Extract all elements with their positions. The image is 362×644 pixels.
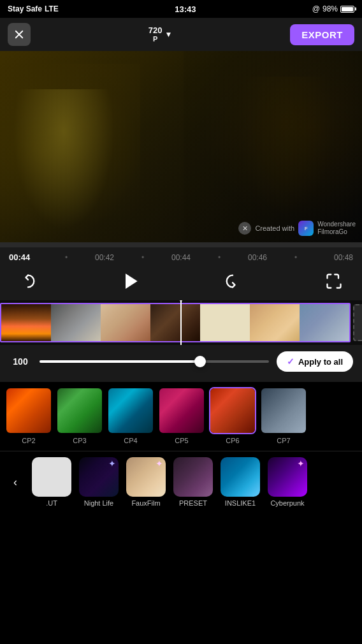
check-icon: ✓ [287,356,294,367]
clip-3-thumbnail [101,304,150,341]
time-current: 00:44 [9,252,47,262]
apply-all-label: Apply to all [298,357,343,367]
timeline-clip-3[interactable] [101,304,150,341]
rewind-button[interactable] [15,268,41,294]
time-t2: 00:44 [162,253,200,262]
timeline-clip-7[interactable] [300,304,349,341]
export-button[interactable]: EXPORT [290,24,354,45]
style-item-inslike1[interactable]: INSLIKE1 [217,455,264,509]
fullscreen-button[interactable] [321,268,347,294]
status-bar: Stay Safe LTE 13:43 @ 98% [0,0,362,18]
styles-section: ‹ .UT ✦ Night Life ✦ [0,451,362,514]
time-dot-3: • [200,253,238,262]
watermark-created-with: Created with [255,224,294,232]
preset-thumb-cp7 [260,387,307,434]
preset-thumb-cp6 [209,387,256,434]
timeline-clip-4[interactable] [150,304,200,341]
battery-icon [340,6,354,13]
preset-item-cp3[interactable]: CP3 [56,387,103,444]
filter-controls: 100 ✓ Apply to all [0,345,362,382]
time-t3: 00:46 [238,253,277,262]
play-button[interactable] [117,267,145,295]
style-thumb-cyberpunk: ✦ [268,457,307,497]
clip-1-thumbnail [1,304,51,341]
style-thumb-fauxfilm: ✦ [126,457,166,497]
svg-marker-0 [126,274,138,289]
battery-percent: 98% [322,4,338,13]
slider-thumb[interactable] [194,356,206,367]
style-label-cyberpunk: Cyberpunk [270,499,304,507]
playback-section: 00:44 • 00:42 • 00:44 • 00:46 • 00:48 [0,247,362,300]
timeline-row[interactable]: + [0,300,362,345]
style-item-ut[interactable]: .UT [28,455,75,509]
timeline-clip-5[interactable] [200,304,250,341]
style-item-preset[interactable]: PRESET [170,455,217,509]
rewind-icon [19,272,37,290]
network-text: LTE [45,4,59,13]
status-time: 13:43 [175,4,196,14]
status-right: @ 98% [312,4,354,13]
close-button[interactable] [8,23,31,46]
resolution-text: 720 P [148,26,163,43]
top-toolbar: 720 P ▼ EXPORT [0,18,362,51]
clip-5-thumbnail [200,304,250,341]
style-image-inslike1 [221,457,260,497]
wifi-icon: @ [312,4,320,13]
style-thumb-ut [32,457,71,497]
clip-2-thumbnail [51,304,101,341]
style-label-ut: .UT [46,499,57,507]
intensity-slider-container[interactable] [40,360,269,363]
style-item-cyberpunk[interactable]: ✦ Cyberpunk [264,455,311,509]
divider [0,242,362,247]
preset-item-cp4[interactable]: CP4 [107,387,154,444]
playback-controls [0,265,362,298]
status-left: Stay Safe LTE [8,4,59,13]
style-label-inslike1: INSLIKE1 [225,499,256,507]
preset-label-cp6: CP6 [226,437,239,444]
timeline-clip-2[interactable] [51,304,101,341]
cyberpunk-badge: ✦ [297,458,305,469]
watermark-close-button[interactable]: ✕ [238,222,251,235]
style-thumb-inslike1 [221,457,260,497]
style-item-nightlife[interactable]: ✦ Night Life [75,455,122,509]
close-icon [13,29,25,40]
style-thumb-preset [173,457,213,497]
presets-row: CP2 CP3 CP4 [5,387,357,447]
preset-image-cp3 [57,388,102,433]
style-thumb-nightlife: ✦ [79,457,119,497]
style-item-fauxfilm[interactable]: ✦ FauxFilm [122,455,170,509]
forward-button[interactable] [220,268,245,294]
play-icon [120,269,141,293]
time-dot-1: • [47,253,85,262]
preset-item-cp5[interactable]: CP5 [158,387,205,444]
time-ruler: 00:44 • 00:42 • 00:44 • 00:46 • 00:48 [0,252,362,262]
clip-4-thumbnail [150,304,200,341]
preset-image-cp7 [261,388,306,433]
preset-item-cp7[interactable]: CP7 [260,387,307,444]
preset-label-cp5: CP5 [175,437,188,444]
preset-item-cp2[interactable]: CP2 [5,387,52,444]
preset-label-cp3: CP3 [73,437,86,444]
forward-icon [224,272,242,290]
preset-thumb-cp3 [56,387,103,434]
carrier-text: Stay Safe [8,4,42,13]
video-figure-right [228,77,343,230]
add-clip-button[interactable]: + [353,304,362,341]
slider-track [40,360,269,363]
style-label-preset: PRESET [179,499,207,507]
back-arrow-button[interactable]: ‹ [3,454,28,510]
preset-item-cp6[interactable]: CP6 [209,387,256,444]
preset-image-cp5 [159,388,204,433]
preset-label-cp7: CP7 [277,437,290,444]
styles-row: ‹ .UT ✦ Night Life ✦ [0,454,362,510]
resolution-button[interactable]: 720 P ▼ [148,26,173,43]
apply-to-all-button[interactable]: ✓ Apply to all [277,351,353,372]
preset-image-cp2 [6,388,51,433]
watermark-appname: WondershareFilmoraGo [317,221,356,236]
resolution-dropdown-icon: ▼ [165,30,173,39]
time-t1: 00:42 [85,253,124,262]
style-label-fauxfilm: FauxFilm [131,499,160,507]
timeline-clip-6[interactable] [250,304,300,341]
watermark-logo: F [298,221,314,236]
timeline-clip-1[interactable] [1,304,51,341]
